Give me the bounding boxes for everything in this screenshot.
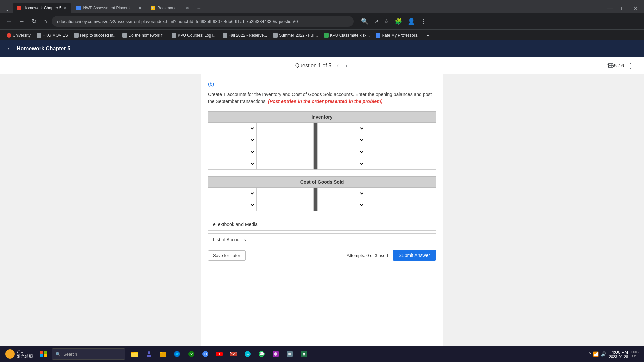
taskbar-explorer[interactable] [128,347,142,361]
tab-close-1[interactable]: ✕ [63,5,67,11]
taskbar-whatsapp[interactable]: 💬 [255,347,268,361]
reload-btn[interactable]: ↻ [30,16,39,26]
inv-row4-right-select[interactable] [319,159,364,169]
taskbar-teams[interactable] [142,347,156,361]
bookmark-icon-kpu [172,33,176,38]
cogs-row1-left-select[interactable] [210,188,255,198]
tab-close-2[interactable]: ✕ [138,5,142,11]
new-tab-btn[interactable]: + [194,4,203,13]
bookmark-btn[interactable]: ☆ [382,16,391,26]
cogs-row1-left-input[interactable] [258,188,312,198]
inv-row2-left-input[interactable] [258,135,312,145]
url-bar[interactable]: education.wiley.com/was/ui/v2/assessment… [52,16,354,27]
taskbar-files[interactable] [156,347,170,361]
taskbar-youtube[interactable] [213,347,226,361]
profile-btn[interactable]: 👤 [406,16,417,26]
inventory-row-4 [208,158,436,170]
inv-row2-right-select[interactable] [319,135,364,145]
bookmark-label-fall: Fall 2022 - Reserve... [229,33,267,38]
inv-row3-left-input[interactable] [258,147,312,157]
bookmark-help[interactable]: Help to succeed in... [71,32,119,38]
bookmark-kpu[interactable]: KPU Courses: Log i... [169,32,219,38]
file-explorer-icon [131,350,139,358]
bookmark-more[interactable]: » [424,32,432,38]
menu-btn[interactable]: ⋮ [418,16,428,26]
etextbook-section[interactable]: eTextbook and Media [208,218,436,231]
question-more-btn[interactable]: ⋮ [627,62,634,70]
back-nav-btn[interactable]: ← [4,17,14,26]
taskbar-extra1[interactable]: ∞ [241,347,254,361]
prev-question-btn[interactable]: ‹ [335,61,340,70]
inv-row1-left-input[interactable] [258,123,312,133]
close-btn[interactable]: ✕ [630,3,641,13]
inv-row4-right-input[interactable] [367,159,434,169]
time-block[interactable]: 4:06 PM 2023-01-28 [609,350,628,359]
bookmark-hkg[interactable]: HKG MOVIES [34,32,71,38]
forward-nav-btn[interactable]: → [17,17,27,26]
tab-bookmarks[interactable]: ★ Bookmarks ✕ [147,3,194,13]
bookmark-summer[interactable]: Summer 2022 - Full... [270,32,320,38]
taskbar-excel[interactable]: X [297,347,311,361]
tab-homework[interactable]: Homework Chapter 5 ✕ [13,3,71,13]
tab-close-3[interactable]: ✕ [185,5,190,11]
taskbar-chrome[interactable] [199,347,212,361]
inv-row3-left-select[interactable] [210,147,255,157]
chevron-up-icon[interactable]: ^ [589,351,591,357]
accounts-section[interactable]: List of Accounts [208,233,436,246]
app-back-btn[interactable]: ← [7,45,13,52]
start-btn[interactable] [37,347,50,361]
volume-icon[interactable]: 🔊 [601,351,606,357]
cogs-row2-right-input[interactable] [367,200,434,210]
cogs-row1-right-input[interactable] [367,188,434,198]
inv-row4-left-input[interactable] [258,159,312,169]
question-list-btn[interactable]: ☰ [608,62,614,70]
inv-row4-left-input-cell [256,158,313,170]
taskbar-extra3[interactable] [283,347,297,361]
share-btn[interactable]: ↗ [372,16,381,26]
taskbar-search[interactable]: 🔍 Search [52,348,125,360]
taskbar-gaming[interactable]: ✕ [184,347,198,361]
bookmark-ratemyprof[interactable]: Rate My Professors... [373,32,423,38]
search-btn[interactable]: 🔍 [359,16,370,26]
tab-overflow-btn[interactable]: ⌄ [3,5,12,13]
taskbar-extra2[interactable] [269,347,282,361]
inv-row3-right-select[interactable] [319,147,364,157]
inv-row4-left-select[interactable] [210,159,255,169]
bookmark-fall[interactable]: Fall 2022 - Reserve... [220,32,270,38]
cogs-row2-left-input[interactable] [258,200,312,210]
next-question-btn[interactable]: › [344,61,349,70]
inv-row1-right-input[interactable] [367,123,434,133]
language-selector[interactable]: ENG US [631,350,639,358]
svg-text:💬: 💬 [259,351,264,356]
network-icon[interactable]: 📶 [593,351,599,357]
weather-icon [5,349,15,359]
cogs-row-1 [208,188,436,199]
taskbar-edge[interactable] [170,347,184,361]
bookmark-classmate[interactable]: KPU Classmate.xlsx... [321,32,373,38]
cogs-row2-left-select[interactable] [210,200,255,210]
inv-row1-left-select[interactable] [210,123,255,133]
extension-btn[interactable]: 🧩 [393,16,404,26]
minimize-btn[interactable]: — [604,4,616,13]
tab-nwp[interactable]: NWP Assessment Player UI Appl... ✕ [72,3,146,13]
submit-answer-btn[interactable]: Submit Answer [393,250,436,261]
inv-row1-right-select-cell [317,123,366,134]
cogs-row1-right-select[interactable] [319,188,364,198]
home-btn[interactable]: ⌂ [41,17,49,26]
cogs-row1-left-select-cell [208,188,257,199]
inv-row3-right-input[interactable] [367,147,434,157]
cogs-row2-right-select[interactable] [319,200,364,210]
bookmark-label-kpu: KPU Courses: Log i... [178,33,216,38]
taskbar-mail[interactable] [227,347,240,361]
save-later-btn[interactable]: Save for Later [208,250,246,261]
instruction-highlight: (Post entries in the order presented in … [268,99,383,104]
content-panel: (b) Create T accounts for the Inventory … [201,74,443,362]
taskbar-temp: 7°C [17,349,33,354]
cogs-row1-right-input-cell [366,188,436,199]
bookmark-university[interactable]: University [4,32,33,38]
inv-row2-left-select[interactable] [210,135,255,145]
inv-row1-right-select[interactable] [319,123,364,133]
maximize-btn[interactable]: □ [618,4,628,13]
bookmark-homework[interactable]: Do the homework f... [120,32,168,38]
inv-row2-right-input[interactable] [367,135,434,145]
